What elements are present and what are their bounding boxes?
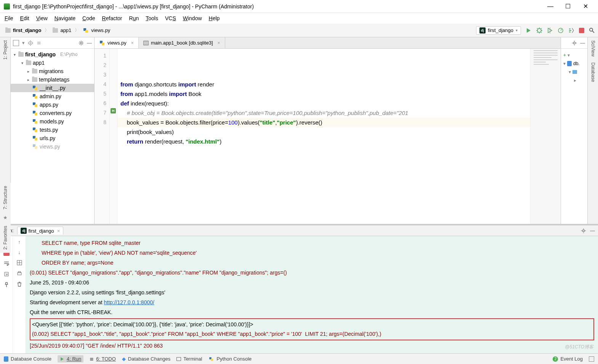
- gear-icon[interactable]: [572, 40, 577, 46]
- layout-icon[interactable]: [16, 260, 22, 266]
- maximize-button[interactable]: ☐: [559, 1, 577, 12]
- structure-tab[interactable]: 7: Structure: [2, 183, 9, 212]
- line-number-gutter[interactable]: 12345678: [95, 49, 110, 224]
- close-button[interactable]: ✕: [577, 1, 594, 12]
- breadcrumb-app1[interactable]: app1: [50, 27, 74, 34]
- menu-code[interactable]: Code: [82, 15, 95, 21]
- todo-icon: ≣: [90, 356, 94, 362]
- project-toolwindow-tab[interactable]: 1: Project: [2, 37, 9, 63]
- event-count-badge: 2: [553, 356, 558, 362]
- tree-file-converters[interactable]: converters.py: [11, 109, 94, 117]
- tree-app1[interactable]: ▾app1: [11, 59, 94, 67]
- tree-file-admin[interactable]: admin.py: [11, 92, 94, 101]
- menu-vcs[interactable]: VCS: [165, 15, 176, 21]
- menu-window[interactable]: Window: [183, 15, 202, 21]
- close-icon[interactable]: ×: [131, 40, 134, 46]
- close-icon[interactable]: ×: [218, 40, 220, 46]
- project-toolbar: ▾ —: [11, 37, 94, 49]
- tab-db[interactable]: main.app1_book [db.sqlite3]×: [139, 37, 225, 48]
- close-icon[interactable]: ×: [57, 228, 60, 234]
- tree-templatetags[interactable]: ▸templatetags: [11, 75, 94, 84]
- svg-point-5: [80, 42, 82, 44]
- soft-wrap-icon[interactable]: [3, 260, 10, 267]
- statusbar: Database Console 4: Run ≣6: TODO ◆Databa…: [0, 353, 598, 364]
- locate-icon[interactable]: [28, 40, 33, 46]
- menu-run[interactable]: Run: [129, 15, 139, 21]
- minimize-button[interactable]: —: [542, 1, 559, 12]
- code-editor[interactable]: from django.shortcuts import render from…: [117, 49, 530, 224]
- terminal-icon: [176, 357, 181, 361]
- tree-migrations[interactable]: ▸migrations: [11, 67, 94, 75]
- sb-db-changes[interactable]: ◆Database Changes: [122, 356, 170, 362]
- menu-tools[interactable]: Tools: [146, 15, 158, 21]
- gear-icon[interactable]: [581, 228, 586, 233]
- sb-python-console[interactable]: Python Console: [208, 356, 252, 362]
- db-subnode[interactable]: ▾: [563, 68, 585, 76]
- breadcrumb-file[interactable]: views.py: [80, 27, 112, 34]
- database-tab[interactable]: Database: [590, 59, 596, 85]
- tab-views[interactable]: views.py×: [95, 37, 139, 48]
- marker-gutter[interactable]: H: [110, 49, 117, 224]
- database-icon: [4, 356, 8, 362]
- dropdown-icon[interactable]: ▾: [22, 40, 25, 46]
- run-icon[interactable]: [526, 27, 532, 34]
- minimap[interactable]: [530, 49, 561, 224]
- stop-icon[interactable]: [579, 28, 584, 33]
- memory-indicator[interactable]: [589, 356, 594, 362]
- tree-file-init[interactable]: __init__.py: [11, 84, 94, 92]
- scroll-to-end-icon[interactable]: [3, 271, 10, 277]
- folder-icon: [53, 28, 58, 33]
- tree-file-tests[interactable]: tests.py: [11, 126, 94, 134]
- menu-view[interactable]: View: [36, 15, 48, 21]
- tree-root[interactable]: ▾first_django E:\Pytho: [11, 50, 94, 59]
- sb-terminal[interactable]: Terminal: [176, 356, 202, 362]
- menu-file[interactable]: File: [5, 15, 13, 21]
- pin-icon[interactable]: [3, 282, 10, 288]
- tree-file-urls[interactable]: urls.py: [11, 134, 94, 142]
- menu-navigate[interactable]: Navigate: [55, 15, 75, 21]
- debug-icon[interactable]: [536, 27, 542, 34]
- hide-icon[interactable]: —: [580, 40, 585, 46]
- navbar: first_django 〉 app1 〉 views.py dj first_…: [0, 24, 598, 37]
- menu-edit[interactable]: Edit: [20, 15, 29, 21]
- coverage-icon[interactable]: [547, 27, 553, 34]
- hide-icon[interactable]: —: [590, 228, 595, 233]
- scope-icon[interactable]: [13, 40, 19, 46]
- db-node[interactable]: ▾db.: [563, 59, 585, 68]
- http-marker-icon[interactable]: H: [111, 108, 116, 113]
- concurrent-icon[interactable]: [568, 27, 574, 34]
- tree-file-models[interactable]: models.py: [11, 117, 94, 126]
- editor-area: views.py× main.app1_book [db.sqlite3]× 1…: [95, 37, 561, 224]
- collapse-all-icon[interactable]: [36, 40, 42, 46]
- down-arrow-icon[interactable]: ↓: [18, 249, 21, 255]
- run-config-selector[interactable]: dj first_django ▾: [476, 26, 521, 35]
- run-tab[interactable]: dj first_django ×: [17, 227, 63, 235]
- svg-point-2: [590, 28, 593, 31]
- star-icon[interactable]: ★: [1, 212, 10, 223]
- project-tree[interactable]: ▾first_django E:\Pytho ▾app1 ▸migrations…: [11, 49, 94, 224]
- profile-icon[interactable]: [558, 27, 564, 34]
- run-console[interactable]: SELECT name, type FROM sqlite_master WHE…: [26, 236, 598, 353]
- menu-help[interactable]: Help: [209, 15, 220, 21]
- menu-refactor[interactable]: Refactor: [102, 15, 122, 21]
- breadcrumb-root[interactable]: first_django: [3, 27, 43, 34]
- database-icon: [567, 61, 572, 66]
- print-icon[interactable]: [16, 270, 22, 276]
- svg-point-0: [537, 29, 541, 32]
- sciview-tab[interactable]: SciView: [590, 37, 596, 59]
- sb-event-log[interactable]: 2Event Log: [553, 356, 583, 362]
- server-url-link[interactable]: http://127.0.0.1:8000/: [104, 299, 154, 305]
- gear-icon[interactable]: [79, 40, 84, 46]
- sb-run[interactable]: 4: Run: [58, 355, 83, 362]
- favorites-tab[interactable]: 2: Favorites: [2, 223, 9, 253]
- tree-file-views[interactable]: views.py: [11, 142, 94, 151]
- trash-icon[interactable]: [16, 281, 22, 287]
- sb-todo[interactable]: ≣6: TODO: [90, 356, 116, 362]
- hide-icon[interactable]: —: [87, 40, 92, 46]
- search-everywhere-icon[interactable]: [589, 27, 595, 34]
- table-icon: [143, 41, 149, 45]
- tree-file-apps[interactable]: apps.py: [11, 101, 94, 109]
- up-arrow-icon[interactable]: ↑: [18, 239, 21, 245]
- db-add[interactable]: +▾: [563, 51, 585, 59]
- sb-db-console[interactable]: Database Console: [4, 356, 51, 362]
